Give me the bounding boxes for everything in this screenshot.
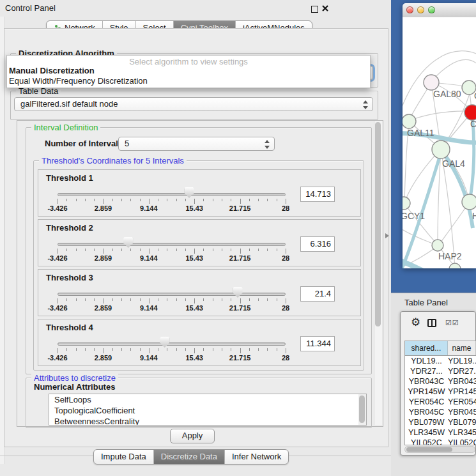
tick-mark bbox=[213, 348, 213, 351]
slider-track[interactable] bbox=[58, 193, 286, 196]
control-panel-title: Control Panel bbox=[5, 3, 56, 14]
tick-label: 15.43 bbox=[185, 254, 203, 262]
attribute-item-topologicalcoefficient[interactable]: TopologicalCoefficient bbox=[49, 405, 366, 416]
threshold-label: Threshold 2 bbox=[46, 223, 93, 233]
scrollbar-thumb[interactable] bbox=[359, 395, 365, 423]
slider-ticks bbox=[58, 249, 286, 254]
interval-definition-legend: Interval Definition bbox=[31, 123, 100, 132]
slider-ticks bbox=[58, 199, 286, 204]
vertical-scrollbar[interactable] bbox=[374, 121, 382, 425]
threshold-value-input[interactable]: 14.713 bbox=[300, 187, 335, 202]
attribute-item-betweennesscentrality[interactable]: BetweennessCentrality bbox=[49, 416, 366, 426]
tick-mark bbox=[66, 348, 67, 351]
network-edge[interactable] bbox=[403, 228, 437, 245]
number-of-intervals-combobox[interactable]: 5 bbox=[118, 137, 275, 151]
slider-track[interactable] bbox=[58, 293, 286, 296]
network-node[interactable] bbox=[464, 105, 476, 120]
tick-label: 21.715 bbox=[229, 204, 251, 212]
tab-infer-network[interactable]: Infer Network bbox=[224, 450, 288, 464]
tick-mark bbox=[222, 348, 222, 351]
tick-mark bbox=[194, 199, 195, 204]
table-data-combo-value: galFiltered.sif default node bbox=[20, 99, 118, 109]
tick-mark bbox=[240, 348, 241, 353]
tick-mark bbox=[277, 199, 277, 201]
zoom-traffic-light[interactable] bbox=[428, 6, 435, 13]
slider-track[interactable] bbox=[58, 243, 286, 246]
slider-track[interactable] bbox=[58, 342, 286, 346]
minimize-traffic-light[interactable] bbox=[417, 6, 424, 13]
tick-mark bbox=[222, 199, 222, 201]
tick-mark bbox=[85, 298, 86, 301]
table-panel-title: Table Panel bbox=[404, 298, 448, 307]
horizontal-scrollbar[interactable] bbox=[404, 446, 475, 453]
network-node[interactable] bbox=[403, 114, 416, 128]
apply-button[interactable]: Apply bbox=[170, 429, 215, 443]
table-row[interactable]: YPR145WYPR145W bbox=[405, 387, 476, 397]
table-row[interactable]: YDR27...YDR27... bbox=[405, 366, 476, 376]
network-node[interactable] bbox=[432, 141, 450, 158]
network-node[interactable] bbox=[424, 75, 439, 90]
threshold-row: Threshold 4-3.4262.8599.14415.4321.71528… bbox=[38, 319, 361, 366]
number-of-intervals-value: 5 bbox=[125, 139, 129, 148]
table-row[interactable]: YIL052CYIL052C bbox=[405, 438, 476, 445]
tick-mark bbox=[58, 348, 58, 353]
tab-label: Impute Data bbox=[101, 450, 146, 464]
algorithm-option-manual-discretization[interactable]: Manual Discretization bbox=[9, 66, 95, 75]
tick-mark bbox=[231, 298, 231, 301]
threshold-value-input[interactable]: 21.4 bbox=[300, 286, 335, 302]
attribute-item-selfloops[interactable]: SelfLoops bbox=[49, 394, 366, 405]
tick-mark bbox=[176, 199, 177, 201]
algorithm-option-equal-width-frequency-discretization[interactable]: Equal Width/Frequency Discretization bbox=[9, 76, 148, 86]
network-node[interactable] bbox=[432, 240, 443, 251]
threshold-value-input[interactable]: 6.316 bbox=[300, 236, 335, 252]
tick-label: 9.144 bbox=[140, 354, 158, 362]
tick-mark bbox=[158, 298, 158, 301]
slider-thumb-icon[interactable] bbox=[185, 187, 194, 198]
network-node[interactable] bbox=[462, 194, 476, 210]
select-columns-icon[interactable]: ☑☑ bbox=[445, 319, 459, 327]
tick-mark bbox=[286, 348, 286, 353]
list-scrollbar[interactable] bbox=[358, 394, 366, 425]
table-cell: YER054C bbox=[448, 397, 476, 407]
tab-label: Infer Network bbox=[232, 450, 281, 464]
network-graph[interactable]: GAL80GCGAL11GAL4GCY1HHAP2 bbox=[403, 17, 476, 268]
scrollbar-thumb[interactable] bbox=[406, 447, 452, 452]
threshold-value-input[interactable]: 11.344 bbox=[300, 336, 335, 351]
network-window-titlebar[interactable] bbox=[403, 3, 476, 18]
gear-icon[interactable]: ⚙ bbox=[411, 316, 420, 329]
slider-thumb-icon[interactable] bbox=[233, 287, 243, 298]
tick-mark bbox=[258, 298, 259, 301]
scrollbar-thumb[interactable] bbox=[375, 122, 381, 326]
tab-impute-data[interactable]: Impute Data bbox=[94, 450, 153, 464]
float-window-icon[interactable] bbox=[311, 6, 318, 13]
network-node[interactable] bbox=[403, 197, 410, 210]
split-columns-icon[interactable] bbox=[427, 319, 436, 327]
tick-label: 21.715 bbox=[229, 304, 251, 312]
numerical-attributes-list[interactable]: SelfLoopsTopologicalCoefficientBetweenne… bbox=[49, 394, 367, 426]
table-row[interactable]: YBL079WYBL079W bbox=[405, 417, 476, 427]
tab-label: Discretize Data bbox=[161, 450, 217, 464]
network-edge-thick[interactable] bbox=[403, 260, 442, 268]
table-row[interactable]: YER054CYER054C bbox=[405, 397, 476, 407]
close-icon[interactable] bbox=[321, 4, 329, 12]
tab-discretize-data[interactable]: Discretize Data bbox=[153, 450, 224, 464]
slider-thumb-icon[interactable] bbox=[160, 337, 169, 348]
column-header-name[interactable]: name bbox=[448, 341, 476, 355]
tick-mark bbox=[203, 199, 204, 201]
tick-label: 15.43 bbox=[185, 204, 203, 212]
tick-label: 28 bbox=[282, 354, 289, 362]
network-edge[interactable] bbox=[439, 203, 469, 245]
table-data-combobox[interactable]: galFiltered.sif default node bbox=[14, 97, 373, 111]
tick-mark bbox=[176, 298, 177, 301]
table-row[interactable]: YBR045CYBR045C bbox=[405, 407, 476, 417]
tick-label: 9.144 bbox=[140, 204, 158, 212]
table-row[interactable]: YDL19...YDL19... bbox=[405, 356, 476, 366]
table-row[interactable]: YBR043CYBR043C bbox=[405, 376, 476, 387]
table-row[interactable]: YLR345WYLR345W bbox=[405, 427, 476, 438]
node-label: GAL80 bbox=[433, 89, 461, 99]
network-canvas[interactable]: GAL80GCGAL11GAL4GCY1HHAP2 bbox=[403, 17, 476, 268]
slider-thumb-icon[interactable] bbox=[123, 237, 133, 248]
network-node[interactable] bbox=[449, 263, 461, 268]
column-header-shared[interactable]: shared... bbox=[405, 341, 448, 355]
close-traffic-light[interactable] bbox=[406, 6, 413, 13]
